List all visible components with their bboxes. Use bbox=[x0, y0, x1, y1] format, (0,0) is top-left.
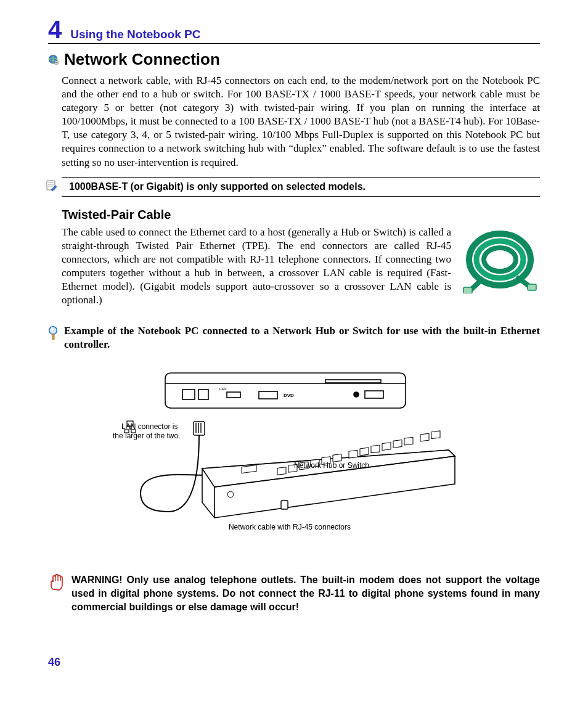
chapter-number: 4 bbox=[48, 17, 62, 42]
svg-rect-10 bbox=[528, 284, 536, 290]
diagram-cable-label: Network cable with RJ-45 connectors bbox=[210, 523, 370, 531]
svg-rect-25 bbox=[194, 422, 205, 435]
svg-rect-48 bbox=[404, 438, 413, 446]
svg-point-12 bbox=[49, 327, 57, 335]
svg-rect-46 bbox=[382, 443, 391, 451]
warning-text: WARNING! Only use analog telephone outle… bbox=[71, 573, 540, 613]
note-pencil-icon bbox=[46, 180, 58, 192]
svg-rect-20 bbox=[325, 380, 381, 383]
svg-rect-47 bbox=[393, 440, 402, 448]
subsection-body: The cable used to connect the Ethernet c… bbox=[62, 226, 451, 308]
warning-callout: WARNING! Only use analog telephone outle… bbox=[48, 573, 540, 613]
globe-connect-icon bbox=[48, 54, 59, 65]
svg-rect-49 bbox=[420, 434, 429, 442]
section-header: Network Connection bbox=[48, 50, 540, 69]
svg-rect-22 bbox=[365, 391, 383, 398]
svg-rect-14 bbox=[52, 334, 54, 340]
chapter-header: 4 Using the Notebook PC bbox=[48, 17, 540, 44]
example-callout: Example of the Notebook PC connected to … bbox=[48, 324, 540, 351]
svg-rect-17 bbox=[198, 390, 208, 399]
magnifier-icon bbox=[48, 325, 59, 343]
svg-rect-51 bbox=[281, 501, 288, 509]
svg-rect-19 bbox=[259, 391, 277, 399]
svg-text:DVD: DVD bbox=[284, 393, 294, 398]
svg-point-21 bbox=[354, 392, 359, 397]
diagram-lan-label-text: LAN connector is the larger of the two. bbox=[113, 422, 180, 440]
subsection-title: Twisted-Pair Cable bbox=[62, 208, 540, 222]
svg-text:LAN: LAN bbox=[219, 387, 227, 391]
svg-rect-44 bbox=[360, 448, 369, 456]
diagram-lan-label: LAN connector is the larger of the two. bbox=[113, 422, 181, 440]
section-body: Connect a network cable, with RJ-45 conn… bbox=[62, 74, 540, 170]
document-page: 4 Using the Notebook PC Network Connecti… bbox=[0, 0, 588, 712]
connection-diagram: LAN DVD bbox=[48, 364, 540, 549]
chapter-title: Using the Notebook PC bbox=[70, 28, 200, 41]
subsection-row: The cable used to connect the Ethernet c… bbox=[62, 226, 540, 308]
svg-rect-18 bbox=[227, 392, 240, 398]
section-title: Network Connection bbox=[64, 50, 220, 69]
note-callout: 1000BASE-T (or Gigabit) is only supporte… bbox=[62, 177, 540, 197]
svg-rect-11 bbox=[463, 287, 472, 293]
svg-rect-50 bbox=[431, 431, 440, 439]
page-number: 46 bbox=[48, 656, 60, 669]
note-text: 1000BASE-T (or Gigabit) is only supporte… bbox=[69, 181, 365, 192]
svg-rect-43 bbox=[349, 451, 357, 459]
svg-rect-2 bbox=[55, 62, 57, 63]
example-text: Example of the Notebook PC connected to … bbox=[64, 324, 540, 351]
svg-point-35 bbox=[227, 491, 234, 497]
warning-hand-icon bbox=[48, 573, 65, 594]
ethernet-cable-image bbox=[460, 226, 540, 293]
svg-point-9 bbox=[484, 248, 516, 271]
svg-rect-16 bbox=[182, 390, 195, 399]
diagram-hub-label: Network Hub or Switch bbox=[282, 461, 381, 470]
svg-point-13 bbox=[51, 327, 53, 330]
svg-rect-45 bbox=[371, 445, 380, 453]
